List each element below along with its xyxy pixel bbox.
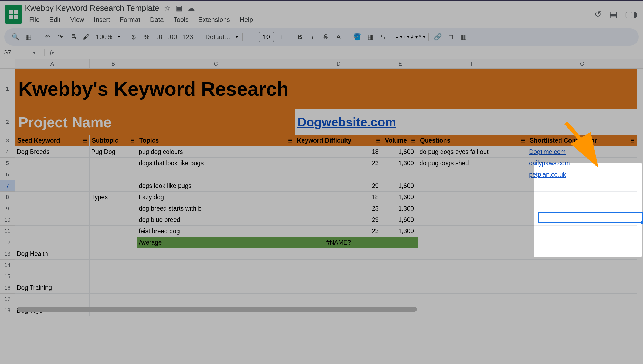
row-header[interactable]: 16 <box>0 282 15 294</box>
cell[interactable]: 23 <box>295 226 383 237</box>
cell[interactable] <box>383 169 418 180</box>
cell[interactable]: Average <box>137 237 295 248</box>
link-icon[interactable]: 🔗 <box>432 31 444 43</box>
decrease-font-icon[interactable]: − <box>246 31 258 43</box>
print-icon[interactable]: 🖶 <box>67 31 79 43</box>
menu-format[interactable]: Format <box>116 14 145 25</box>
cell[interactable] <box>383 260 418 271</box>
cell[interactable] <box>418 169 527 180</box>
cell[interactable]: feist breed dog <box>137 226 295 237</box>
decrease-decimal-icon[interactable]: .0 <box>154 31 165 43</box>
cell[interactable] <box>383 282 418 294</box>
grid-icon[interactable]: ▦ <box>23 31 35 43</box>
cell[interactable] <box>418 248 527 260</box>
cell[interactable] <box>90 203 137 214</box>
cell[interactable] <box>383 248 418 260</box>
cell[interactable] <box>15 180 90 192</box>
row-header[interactable]: 17 <box>0 294 15 305</box>
cell[interactable] <box>295 271 383 282</box>
cell[interactable] <box>418 237 527 248</box>
redo-icon[interactable]: ↷ <box>54 31 66 43</box>
cell[interactable] <box>90 271 137 282</box>
column-header-cell[interactable]: Volume☰ <box>383 135 418 146</box>
cell[interactable]: 23 <box>295 158 383 169</box>
cell[interactable] <box>15 169 90 180</box>
cell[interactable] <box>527 237 637 248</box>
undo-icon[interactable]: ↶ <box>41 31 53 43</box>
wrap-dropdown[interactable]: ↲▾ <box>410 35 418 40</box>
fill-color-icon[interactable]: 🪣 <box>351 31 363 43</box>
cell[interactable] <box>90 214 137 226</box>
name-box-dropdown[interactable]: ▼ <box>32 50 36 55</box>
cell[interactable]: 1,600 <box>383 192 418 203</box>
menu-file[interactable]: File <box>25 14 44 25</box>
cell[interactable] <box>418 203 527 214</box>
paint-format-icon[interactable]: 🖌 <box>80 31 92 43</box>
sheet-title[interactable]: Kwebby's Keyword Research <box>15 69 637 109</box>
cell[interactable] <box>15 192 90 203</box>
column-header-cell[interactable]: Questions☰ <box>418 135 527 146</box>
cell[interactable] <box>418 271 527 282</box>
cell[interactable] <box>527 305 637 316</box>
strike-icon[interactable]: S̶ <box>320 31 331 43</box>
cell[interactable] <box>137 248 295 260</box>
cell[interactable] <box>295 282 383 294</box>
cell[interactable] <box>90 294 137 305</box>
rotate-dropdown[interactable]: A▾ <box>419 35 425 40</box>
valign-dropdown[interactable]: ↓▾ <box>403 35 409 40</box>
meet-icon[interactable]: ▢◗ <box>625 9 638 19</box>
cell[interactable] <box>15 260 90 271</box>
history-icon[interactable]: ↺ <box>594 9 602 19</box>
row-header[interactable]: 8 <box>0 192 15 203</box>
col-header[interactable]: D <box>295 59 383 68</box>
cell[interactable] <box>137 271 295 282</box>
increase-decimal-icon[interactable]: .00 <box>167 31 178 43</box>
cell[interactable] <box>418 282 527 294</box>
zoom-dropdown[interactable]: 100%▼ <box>93 33 121 41</box>
row-header[interactable]: 11 <box>0 226 15 237</box>
cell[interactable]: 23 <box>295 203 383 214</box>
column-header-cell[interactable]: Shortlisted Competitor☰ <box>527 135 637 146</box>
cell[interactable] <box>295 260 383 271</box>
cell[interactable] <box>295 169 383 180</box>
cell[interactable] <box>90 248 137 260</box>
cell[interactable] <box>527 192 637 203</box>
search-icon[interactable]: 🔍 <box>10 31 22 43</box>
cell[interactable]: Dogtime.com <box>527 146 637 158</box>
cell[interactable]: dog blue breed <box>137 214 295 226</box>
menu-extensions[interactable]: Extensions <box>194 14 234 25</box>
cell[interactable] <box>90 237 137 248</box>
cell[interactable]: pug dog colours <box>137 146 295 158</box>
cell[interactable]: dailypaws.com <box>527 158 637 169</box>
borders-icon[interactable]: ▦ <box>364 31 376 43</box>
cell[interactable] <box>90 260 137 271</box>
filter-icon[interactable]: ☰ <box>411 138 415 144</box>
horizontal-scrollbar[interactable] <box>17 307 417 312</box>
cell[interactable] <box>527 282 637 294</box>
cell[interactable]: 18 <box>295 192 383 203</box>
cell[interactable] <box>527 203 637 214</box>
cell[interactable]: do pug dogs eyes fall out <box>418 146 527 158</box>
row-header[interactable]: 15 <box>0 271 15 282</box>
menu-data[interactable]: Data <box>146 14 168 25</box>
increase-font-icon[interactable]: + <box>275 31 287 43</box>
cell[interactable] <box>137 282 295 294</box>
project-value[interactable]: Dogwebsite.com <box>295 109 637 135</box>
filter-icon[interactable]: ☰ <box>376 138 380 144</box>
doc-title[interactable]: Kwebby Keyword Research Template <box>25 4 159 13</box>
cell[interactable]: Dog Breeds <box>15 146 90 158</box>
col-header[interactable]: A <box>15 59 90 68</box>
cell[interactable]: petplan.co.uk <box>527 169 637 180</box>
cell[interactable]: Types <box>90 192 137 203</box>
cell[interactable] <box>527 294 637 305</box>
cell[interactable]: Dog Health <box>15 248 90 260</box>
font-size-input[interactable]: 10 <box>259 32 274 42</box>
menu-view[interactable]: View <box>66 14 89 25</box>
cell[interactable] <box>418 260 527 271</box>
chart-icon[interactable]: ▥ <box>458 31 470 43</box>
row-header[interactable]: 18 <box>0 305 15 316</box>
filter-icon[interactable]: ☰ <box>83 138 87 144</box>
cell[interactable] <box>90 180 137 192</box>
cell[interactable] <box>295 294 383 305</box>
halign-dropdown[interactable]: ≡▾ <box>396 35 402 40</box>
